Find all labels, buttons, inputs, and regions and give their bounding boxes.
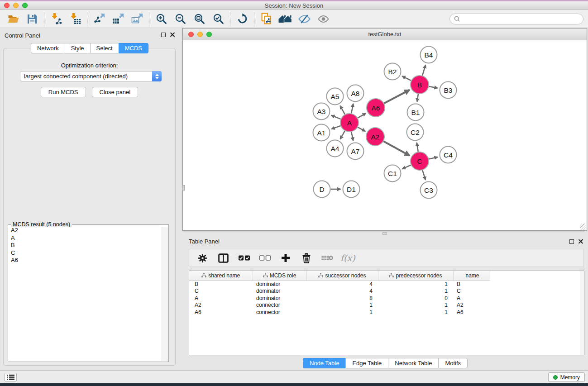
select-all-columns-button[interactable]: [236, 251, 252, 265]
table-cell[interactable]: dominator: [253, 295, 306, 302]
clone-network-button[interactable]: [257, 11, 276, 27]
graph-node-B1[interactable]: B1: [407, 104, 424, 121]
graph-node-A6[interactable]: A6: [367, 99, 385, 117]
export-table-button[interactable]: [109, 11, 128, 27]
graph-edge-B-B4[interactable]: [422, 65, 425, 75]
table-cell[interactable]: connector: [253, 309, 306, 316]
network-window-titlebar[interactable]: testGlobe.txt: [183, 29, 587, 40]
table-cell[interactable]: 1: [378, 288, 453, 295]
graph-edge-A-A6[interactable]: [358, 113, 366, 118]
graph-node-C3[interactable]: C3: [421, 182, 437, 199]
open-session-button[interactable]: [4, 11, 23, 27]
graph-edge-B-B1[interactable]: [417, 94, 418, 102]
table-cell[interactable]: 4: [306, 288, 378, 295]
table-cell[interactable]: A: [453, 295, 490, 302]
tab-edge-table[interactable]: Edge Table: [345, 358, 388, 368]
tab-network[interactable]: Network: [31, 43, 65, 53]
graph-edge-A-A1[interactable]: [331, 126, 340, 129]
table-row[interactable]: Bdominator41B: [189, 281, 584, 288]
close-panel-button[interactable]: Close panel: [92, 87, 139, 97]
graph-node-D[interactable]: D: [314, 181, 330, 198]
graph-node-A4[interactable]: A4: [327, 140, 344, 157]
graph-node-A1[interactable]: A1: [313, 124, 330, 141]
graph-edge-A2-C[interactable]: [383, 141, 410, 156]
network-canvas[interactable]: B4B2BB3A8A5A6A3B1AA1C2A2A4A7C4CC1DD1C3: [183, 40, 587, 230]
window-resize-grip[interactable]: [580, 224, 586, 230]
mcds-result-scrollbar[interactable]: [162, 227, 168, 361]
graph-edge-B-B3[interactable]: [429, 86, 438, 88]
graph-edge-A6-B[interactable]: [384, 90, 410, 104]
graph-edge-B-B2[interactable]: [402, 76, 411, 81]
splitter-grip[interactable]: [382, 232, 387, 235]
table-cell[interactable]: 1: [378, 302, 453, 309]
table-row[interactable]: Cdominator41C: [189, 288, 584, 295]
graph-node-B4[interactable]: B4: [421, 47, 437, 63]
graph-node-B[interactable]: B: [411, 76, 429, 94]
mcds-result-item[interactable]: A6: [9, 257, 162, 264]
tab-network-table[interactable]: Network Table: [388, 358, 438, 368]
zoom-selected-button[interactable]: [209, 11, 228, 27]
tab-motifs[interactable]: Motifs: [438, 358, 468, 368]
graph-node-A8[interactable]: A8: [347, 85, 364, 102]
save-session-button[interactable]: [23, 11, 42, 27]
close-table-panel-icon[interactable]: [578, 239, 583, 244]
table-cell[interactable]: A2: [453, 302, 490, 309]
column-header[interactable]: predecessor nodes: [378, 271, 453, 281]
toggle-preview-button[interactable]: [314, 11, 333, 27]
zoom-fit-button[interactable]: [190, 11, 209, 27]
graph-node-A3[interactable]: A3: [313, 103, 330, 120]
graph-node-B2[interactable]: B2: [384, 63, 401, 80]
split-panel-button[interactable]: [215, 251, 231, 265]
table-row[interactable]: A6connector11A6: [189, 309, 584, 316]
table-scrollbar[interactable]: [580, 271, 584, 355]
table-cell[interactable]: A2: [189, 302, 253, 309]
table-row[interactable]: Adominator80A: [189, 295, 584, 302]
column-header[interactable]: name: [453, 271, 490, 281]
table-cell[interactable]: 1: [306, 309, 378, 316]
table-cell[interactable]: 1: [306, 302, 378, 309]
table-cell[interactable]: connector: [253, 302, 306, 309]
graph-node-A5[interactable]: A5: [327, 88, 344, 105]
table-cell[interactable]: B: [189, 281, 253, 288]
import-table-button[interactable]: [66, 11, 85, 27]
graph-edge-C-C1[interactable]: [402, 165, 411, 169]
apply-function-button[interactable]: f(x): [340, 251, 355, 265]
table-cell[interactable]: A6: [189, 309, 253, 316]
graph-edge-A-A2[interactable]: [358, 127, 365, 131]
table-cell[interactable]: 8: [306, 295, 378, 302]
graph-node-B3[interactable]: B3: [440, 82, 457, 99]
zoom-in-button[interactable]: [152, 11, 171, 27]
graph-node-C2[interactable]: C2: [407, 124, 424, 141]
float-panel-icon[interactable]: [161, 33, 166, 37]
mcds-result-item[interactable]: A2: [9, 227, 162, 234]
import-network-button[interactable]: [47, 11, 66, 27]
graph-edge-C-C4[interactable]: [429, 157, 438, 159]
hide-panels-button[interactable]: [295, 11, 314, 27]
table-cell[interactable]: A: [189, 295, 253, 302]
graph-edge-A-A7[interactable]: [351, 132, 353, 141]
show-all-panels-button[interactable]: [276, 11, 295, 27]
graph-edge-A-A3[interactable]: [331, 115, 341, 119]
task-history-button[interactable]: [5, 373, 17, 381]
delete-table-button[interactable]: [320, 251, 335, 265]
graph-node-C4[interactable]: C4: [440, 147, 457, 163]
run-mcds-button[interactable]: Run MCDS: [41, 87, 86, 97]
table-cell[interactable]: B: [453, 281, 490, 288]
graph-node-A7[interactable]: A7: [347, 143, 364, 160]
zoom-out-button[interactable]: [171, 11, 190, 27]
memory-button[interactable]: Memory: [548, 372, 585, 382]
add-column-button[interactable]: [278, 251, 293, 265]
table-cell[interactable]: 0: [378, 295, 453, 302]
mcds-result-item[interactable]: A: [9, 234, 162, 242]
delete-columns-button[interactable]: [299, 251, 314, 265]
mcds-result-item[interactable]: B: [9, 242, 162, 249]
table-cell[interactable]: dominator: [253, 281, 306, 288]
table-cell[interactable]: 1: [378, 281, 453, 288]
graph-edge-A-A8[interactable]: [351, 104, 353, 113]
table-cell[interactable]: 1: [378, 309, 453, 316]
table-cell[interactable]: A6: [453, 309, 490, 316]
export-image-button[interactable]: [128, 11, 147, 27]
tab-style[interactable]: Style: [65, 43, 90, 53]
table-cell[interactable]: C: [189, 288, 253, 295]
optimization-criterion-dropdown[interactable]: largest connected component (directed): [20, 71, 162, 81]
